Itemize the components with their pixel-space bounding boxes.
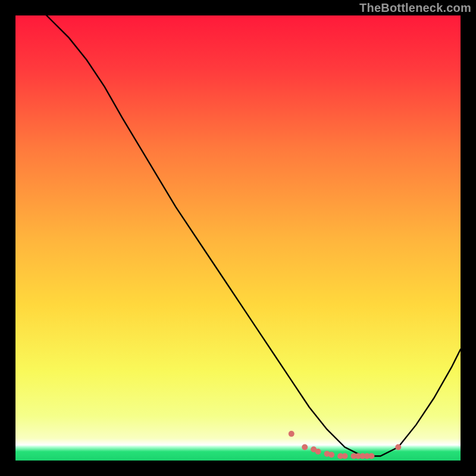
chart-svg xyxy=(15,15,461,461)
valley-marker xyxy=(342,453,348,459)
valley-marker xyxy=(368,453,374,459)
gradient-rect xyxy=(15,15,461,461)
valley-marker xyxy=(315,449,321,455)
chart-container: TheBottleneck.com xyxy=(0,0,476,476)
valley-marker xyxy=(302,444,308,450)
valley-marker xyxy=(328,452,334,458)
plot-area xyxy=(15,15,461,461)
valley-marker xyxy=(289,431,295,437)
watermark-text: TheBottleneck.com xyxy=(359,1,471,15)
valley-marker xyxy=(395,444,401,450)
